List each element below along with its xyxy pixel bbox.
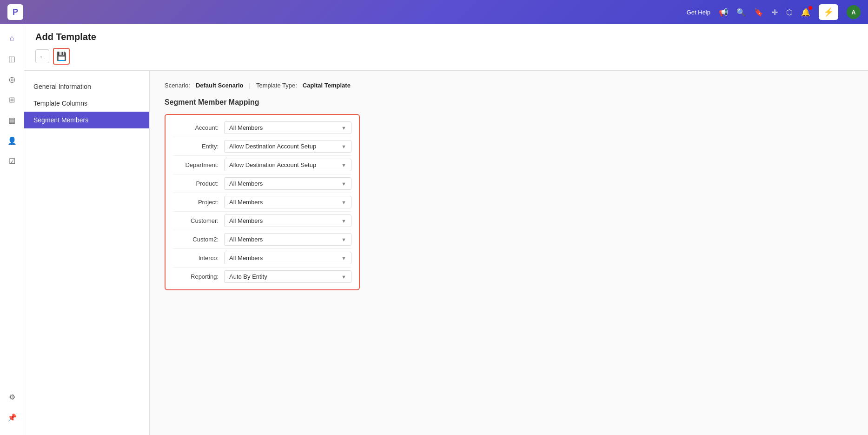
chevron-down-icon: ▼: [341, 162, 346, 168]
mapping-select-interco[interactable]: All Members ▼: [224, 252, 351, 264]
mapping-value-department: Allow Destination Account Setup: [229, 161, 316, 168]
mapping-row-product: Product: All Members ▼: [173, 174, 351, 193]
mapping-label-account: Account:: [173, 124, 224, 131]
mapping-select-project[interactable]: All Members ▼: [224, 196, 351, 208]
mapping-row-entity: Entity: Allow Destination Account Setup …: [173, 137, 351, 156]
sidebar-item-chart[interactable]: ▤: [4, 112, 20, 128]
mapping-value-customer: All Members: [229, 217, 263, 224]
mapping-label-project: Project:: [173, 199, 224, 206]
sidebar-item-task[interactable]: ☑: [4, 153, 20, 169]
mapping-select-product[interactable]: All Members ▼: [224, 177, 351, 190]
mapping-row-interco: Interco: All Members ▼: [173, 249, 351, 268]
mapping-value-account: All Members: [229, 124, 263, 131]
chevron-down-icon: ▼: [341, 237, 346, 242]
mapping-label-customer: Customer:: [173, 217, 224, 224]
main-layout: ⌂ ◫ ◎ ⊞ ▤ 👤 ☑ ⚙ 📌 Add Template ← 💾 Gener…: [0, 24, 868, 435]
page-title: Add Template: [35, 32, 857, 42]
mapping-select-department[interactable]: Allow Destination Account Setup ▼: [224, 159, 351, 171]
sidebar-item-settings[interactable]: ⚙: [4, 388, 20, 405]
page-header: Add Template ← 💾: [24, 24, 868, 71]
mapping-row-customer: Customer: All Members ▼: [173, 212, 351, 230]
mapping-box: Account: All Members ▼ Entity: Allow Des…: [165, 114, 360, 290]
notification-badge: [808, 6, 812, 10]
mapping-label-custom2: Custom2:: [173, 236, 224, 243]
chevron-down-icon: ▼: [341, 274, 346, 280]
nav-item-general-information[interactable]: General Information: [24, 78, 149, 95]
mapping-select-customer[interactable]: All Members ▼: [224, 214, 351, 227]
cube-icon[interactable]: ⬡: [786, 8, 793, 17]
megaphone-icon[interactable]: 📢: [719, 8, 728, 17]
mapping-select-account[interactable]: All Members ▼: [224, 121, 351, 134]
sidebar-item-layers[interactable]: ◫: [4, 50, 20, 67]
get-help-link[interactable]: Get Help: [687, 9, 710, 16]
nav-item-segment-members[interactable]: Segment Members: [24, 112, 149, 128]
scenario-value: Default Scenario: [196, 82, 244, 89]
mapping-value-reporting: Auto By Entity: [229, 273, 267, 280]
user-avatar[interactable]: A: [847, 5, 861, 19]
mapping-select-entity[interactable]: Allow Destination Account Setup ▼: [224, 140, 351, 153]
template-type-value: Capital Template: [303, 82, 351, 89]
chevron-down-icon: ▼: [341, 181, 346, 187]
top-nav: P Get Help 📢 🔍 🔖 ✛ ⬡ 🔔 ⚡ A: [0, 0, 868, 24]
mapping-label-department: Department:: [173, 161, 224, 168]
module-icon: ⚡: [823, 7, 834, 17]
chevron-down-icon: ▼: [341, 144, 346, 149]
search-icon[interactable]: 🔍: [736, 8, 746, 17]
chevron-down-icon: ▼: [341, 125, 346, 131]
sidebar-bottom: ⚙ 📌: [4, 388, 20, 429]
mapping-row-reporting: Reporting: Auto By Entity ▼: [173, 268, 351, 286]
content-area: Add Template ← 💾 General Information Tem…: [24, 24, 868, 435]
mapping-value-interco: All Members: [229, 254, 263, 261]
save-button[interactable]: 💾: [53, 48, 70, 65]
mapping-select-custom2[interactable]: All Members ▼: [224, 233, 351, 246]
mapping-value-project: All Members: [229, 199, 263, 206]
bell-icon[interactable]: 🔔: [801, 8, 810, 17]
sidebar-item-target[interactable]: ◎: [4, 71, 20, 87]
crosshair-icon[interactable]: ✛: [772, 8, 778, 17]
sidebar-item-grid[interactable]: ⊞: [4, 91, 20, 108]
active-module-button[interactable]: ⚡: [819, 4, 838, 20]
mapping-value-custom2: All Members: [229, 236, 263, 243]
sidebar: ⌂ ◫ ◎ ⊞ ▤ 👤 ☑ ⚙ 📌: [0, 24, 24, 435]
mapping-row-project: Project: All Members ▼: [173, 193, 351, 212]
chevron-down-icon: ▼: [341, 218, 346, 224]
mapping-label-reporting: Reporting:: [173, 273, 224, 280]
mapping-row-custom2: Custom2: All Members ▼: [173, 230, 351, 249]
mapping-label-interco: Interco:: [173, 254, 224, 261]
back-button[interactable]: ←: [35, 49, 49, 63]
sidebar-item-person[interactable]: 👤: [4, 132, 20, 149]
app-logo[interactable]: P: [7, 4, 23, 20]
top-nav-right: Get Help 📢 🔍 🔖 ✛ ⬡ 🔔 ⚡ A: [687, 4, 861, 20]
sidebar-item-home[interactable]: ⌂: [4, 30, 20, 47]
template-type-label: Template Type:: [256, 82, 297, 89]
scenario-label: Scenario:: [165, 82, 190, 89]
chevron-down-icon: ▼: [341, 200, 346, 205]
section-title: Segment Member Mapping: [165, 98, 853, 107]
mapping-label-product: Product:: [173, 180, 224, 187]
right-panel: Scenario: Default Scenario | Template Ty…: [150, 71, 868, 435]
mapping-label-entity: Entity:: [173, 143, 224, 150]
mapping-row-account: Account: All Members ▼: [173, 119, 351, 137]
mapping-row-department: Department: Allow Destination Account Se…: [173, 156, 351, 174]
sidebar-item-pin[interactable]: 📌: [4, 409, 20, 426]
mapping-select-reporting[interactable]: Auto By Entity ▼: [224, 270, 351, 283]
mapping-value-entity: Allow Destination Account Setup: [229, 143, 316, 150]
left-panel: General Information Template Columns Seg…: [24, 71, 150, 435]
two-panel: General Information Template Columns Seg…: [24, 71, 868, 435]
mapping-value-product: All Members: [229, 180, 263, 187]
bookmark-icon[interactable]: 🔖: [754, 8, 763, 17]
chevron-down-icon: ▼: [341, 255, 346, 261]
scenario-info: Scenario: Default Scenario | Template Ty…: [165, 82, 853, 89]
top-nav-left: P: [7, 4, 23, 20]
toolbar: ← 💾: [35, 48, 857, 70]
divider: |: [249, 82, 251, 89]
nav-item-template-columns[interactable]: Template Columns: [24, 95, 149, 112]
